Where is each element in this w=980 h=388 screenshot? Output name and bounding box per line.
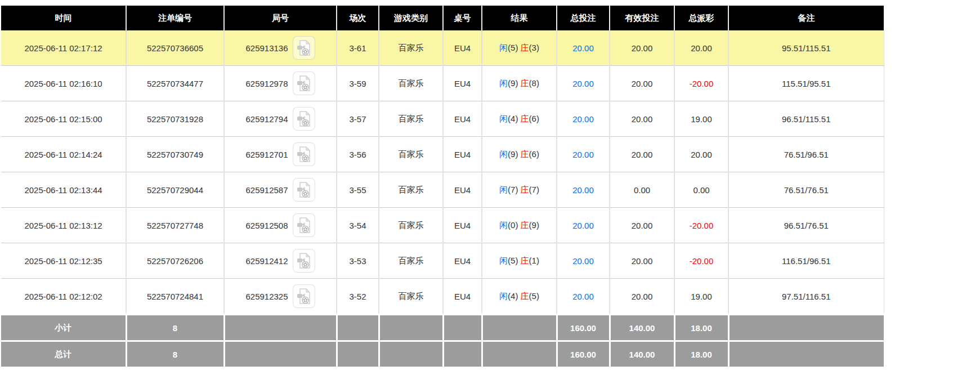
banker-label: 庄 (521, 220, 529, 230)
banker-score: (7) (529, 185, 539, 194)
table-row[interactable]: 2025-06-11 02:13:12 522570727748 6259125… (1, 208, 884, 243)
round-cell: 625912978 (224, 66, 337, 101)
result-cell: 闲(9) 庄(6) (482, 137, 557, 172)
summary-empty-cell (482, 341, 557, 367)
banker-label: 庄 (521, 256, 529, 265)
banker-score: (6) (529, 149, 539, 159)
session-cell: 3-59 (337, 66, 379, 101)
valid-bet-cell: 20.00 (610, 279, 674, 315)
total-bet-link[interactable]: 20.00 (557, 279, 610, 315)
video-replay-button[interactable] (293, 107, 315, 131)
valid-bet-cell: 20.00 (610, 243, 674, 279)
player-score: (5) (508, 43, 518, 52)
column-header-table_no: 桌号 (443, 6, 482, 30)
round-number: 625912508 (245, 221, 288, 230)
summary-empty-cell (224, 341, 337, 367)
total-payout-cell: 20.00 (674, 30, 728, 66)
result-cell: 闲(9) 庄(8) (482, 66, 557, 101)
remark-cell: 96.51/115.51 (728, 101, 884, 137)
video-replay-button[interactable] (293, 72, 315, 95)
table-row[interactable]: 2025-06-11 02:17:12 522570736605 6259131… (1, 30, 884, 66)
table-row[interactable]: 2025-06-11 02:13:44 522570729044 6259125… (1, 172, 884, 208)
session-cell: 3-54 (337, 208, 379, 243)
round-number: 625912701 (245, 150, 288, 159)
summary-row: 小计 8 160.00 140.00 18.00 (1, 315, 884, 341)
table-row[interactable]: 2025-06-11 02:15:00 522570731928 6259127… (1, 101, 884, 137)
round-cell: 625912701 (224, 137, 337, 172)
bet-id-cell: 522570734477 (126, 66, 224, 101)
column-header-round: 局号 (224, 6, 337, 30)
total-bet-link[interactable]: 20.00 (557, 66, 610, 101)
table-row[interactable]: 2025-06-11 02:16:10 522570734477 6259129… (1, 66, 884, 101)
remark-cell: 76.51/76.51 (728, 172, 884, 208)
video-replay-button[interactable] (293, 36, 315, 60)
valid-bet-cell: 20.00 (610, 208, 674, 243)
table-no-cell: EU4 (443, 279, 482, 315)
video-replay-button[interactable] (293, 249, 315, 273)
player-score: (4) (508, 291, 518, 301)
table-no-cell: EU4 (443, 208, 482, 243)
video-replay-icon (297, 252, 311, 269)
bet-history-page: 时间注单编号局号场次游戏类别桌号结果总投注有效投注总派彩备注 2025-06-1… (0, 0, 980, 367)
valid-bet-cell: 20.00 (610, 30, 674, 66)
summary-empty-cell (337, 341, 379, 367)
table-no-cell: EU4 (443, 243, 482, 279)
round-cell: 625912412 (224, 243, 337, 279)
result-cell: 闲(0) 庄(9) (482, 208, 557, 243)
video-replay-button[interactable] (293, 178, 315, 202)
table-row[interactable]: 2025-06-11 02:12:02 522570724841 6259123… (1, 279, 884, 315)
round-number: 625912794 (245, 114, 288, 124)
video-replay-button[interactable] (293, 142, 315, 166)
player-score: (0) (508, 220, 518, 230)
remark-cell: 96.51/76.51 (728, 208, 884, 243)
time-cell: 2025-06-11 02:13:12 (1, 208, 126, 243)
total-bet-link[interactable]: 20.00 (557, 101, 610, 137)
player-score: (7) (508, 185, 518, 194)
total-bet-link[interactable]: 20.00 (557, 30, 610, 66)
result-cell: 闲(4) 庄(5) (482, 279, 557, 315)
bet-id-cell: 522570736605 (126, 30, 224, 66)
total-bet-link[interactable]: 20.00 (557, 172, 610, 208)
header-row: 时间注单编号局号场次游戏类别桌号结果总投注有效投注总派彩备注 (1, 6, 884, 30)
summary-empty-cell (379, 341, 443, 367)
table-no-cell: EU4 (443, 66, 482, 101)
video-replay-button[interactable] (293, 213, 315, 237)
round-cell: 625912794 (224, 101, 337, 137)
total-bet-link[interactable]: 20.00 (557, 137, 610, 172)
remark-cell: 95.51/115.51 (728, 30, 884, 66)
total-payout-cell: -20.00 (674, 66, 728, 101)
total-bet-link[interactable]: 20.00 (557, 243, 610, 279)
result-cell: 闲(5) 庄(3) (482, 30, 557, 66)
banker-score: (9) (529, 220, 539, 230)
summary-label: 小计 (1, 315, 126, 341)
player-score: (9) (508, 149, 518, 159)
total-payout-cell: -20.00 (674, 243, 728, 279)
summary-label: 总计 (1, 341, 126, 367)
session-cell: 3-53 (337, 243, 379, 279)
table-row[interactable]: 2025-06-11 02:12:35 522570726206 6259124… (1, 243, 884, 279)
table-row[interactable]: 2025-06-11 02:14:24 522570730749 6259127… (1, 137, 884, 172)
video-replay-button[interactable] (293, 284, 315, 308)
session-cell: 3-56 (337, 137, 379, 172)
player-score: (4) (508, 114, 518, 123)
banker-label: 庄 (521, 114, 529, 123)
total-bet-link[interactable]: 20.00 (557, 208, 610, 243)
round-number: 625912412 (245, 256, 288, 266)
bet-id-cell: 522570731928 (126, 101, 224, 137)
bet-id-cell: 522570729044 (126, 172, 224, 208)
game-type-cell: 百家乐 (379, 243, 443, 279)
banker-score: (3) (529, 43, 539, 52)
total-payout-cell: -20.00 (674, 208, 728, 243)
summary-empty-cell (443, 341, 482, 367)
bet-id-cell: 522570724841 (126, 279, 224, 315)
time-cell: 2025-06-11 02:12:02 (1, 279, 126, 315)
column-header-bet_id: 注单编号 (126, 6, 224, 30)
game-type-cell: 百家乐 (379, 66, 443, 101)
game-type-cell: 百家乐 (379, 137, 443, 172)
summary-empty-cell (728, 315, 884, 341)
valid-bet-cell: 20.00 (610, 137, 674, 172)
round-cell: 625912587 (224, 172, 337, 208)
bet-id-cell: 522570726206 (126, 243, 224, 279)
game-type-cell: 百家乐 (379, 30, 443, 66)
summary-empty-cell (337, 315, 379, 341)
